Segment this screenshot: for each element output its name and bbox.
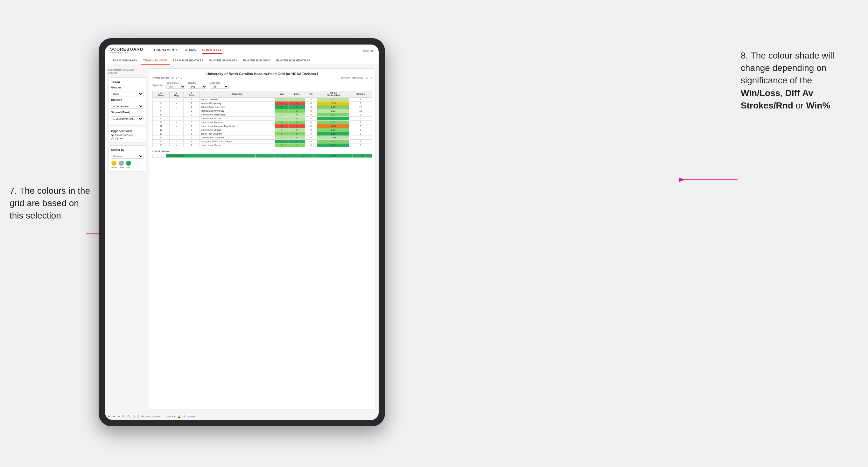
col-win: Win	[275, 91, 289, 97]
cell-tie: 0	[305, 139, 317, 143]
cell-rounds: 9	[349, 132, 372, 135]
opponent-select[interactable]: (All)	[210, 85, 229, 89]
left-panel: Last Updated: 27/03/2024 16:55:38 Team G…	[108, 68, 146, 409]
colour-by-select[interactable]: Win/loss	[111, 154, 144, 159]
sub-nav-team-h2h-heatmap[interactable]: TEAM H2H HEATMAP	[170, 57, 206, 65]
toolbar-icon3[interactable]: ⚙	[183, 415, 186, 418]
nav-tournaments[interactable]: TOURNAMENTS	[152, 47, 179, 54]
cell-loss: 0	[289, 113, 305, 117]
out-table-row: NCAA Division II 1 0 0 26.00 3	[153, 154, 372, 157]
radio-group: Opponents Played Top 100	[111, 134, 144, 140]
toolbar-share[interactable]: Share	[188, 415, 195, 418]
table-row: 11 - 6 University of Arkansas, Fayettevi…	[153, 124, 372, 128]
gender-select[interactable]: Men's	[111, 92, 144, 96]
right-panel: University of North Carolina Head-to-Hea…	[149, 68, 375, 409]
logo-sub: Powered by clippd	[110, 52, 143, 54]
cell-reg: -	[169, 117, 184, 120]
toolbar-copy[interactable]: ⧉	[123, 415, 124, 418]
cell-diff: 3.67	[317, 113, 349, 117]
col-diff: Diff AvStrokes/Rnd	[317, 91, 349, 97]
cell-opponent: University of Washington	[199, 113, 275, 117]
cell-tie: 0	[305, 101, 317, 105]
cell-opponent: University of Virginia	[199, 128, 275, 132]
toolbar-back[interactable]: ↩	[118, 415, 120, 418]
cell-diff: -2.29	[317, 101, 349, 105]
col-rank: #Rank	[153, 91, 169, 97]
col-rounds: Rounds	[349, 91, 372, 97]
cell-rounds: 9	[349, 143, 372, 147]
toolbar-divider-2	[163, 414, 163, 418]
annotation-or: or	[793, 100, 806, 111]
opponent-filter-label: Opponent	[210, 82, 229, 84]
cell-reg: -	[169, 97, 184, 101]
col-loss: Loss	[289, 91, 305, 97]
toolbar: ↩ ↪ ↩ ⧉ 📋 🕐 👁 View: Original Watch ▾ 🔔 ⚙…	[105, 413, 379, 420]
sub-nav-team-h2h-grid[interactable]: TEAM H2H GRID	[141, 57, 169, 65]
division-select[interactable]: NCAA Division I	[111, 104, 144, 109]
sub-nav-team-summary[interactable]: TEAM SUMMARY	[110, 57, 140, 65]
cell-opponent: Auburn University	[199, 97, 275, 101]
cell-reg: -	[169, 101, 184, 105]
cell-rank: 2	[153, 97, 169, 101]
radio-label-opponents: Opponents Played	[115, 134, 133, 136]
table-row: 16 - 2 University of Florida 3 1 0 6.62 …	[153, 143, 372, 147]
gender-label: Gender	[111, 86, 144, 89]
cell-win: 0	[275, 124, 289, 128]
toolbar-clock[interactable]: 🕐	[133, 415, 136, 418]
sub-nav-player-h2h-heatmap[interactable]: PLAYER H2H HEATMAP	[274, 57, 313, 65]
sub-nav-player-summary[interactable]: PLAYER SUMMARY	[207, 57, 240, 65]
cell-conf: 1	[184, 97, 199, 101]
cell-rounds: 9	[349, 139, 372, 143]
cell-tie: 0	[305, 117, 317, 120]
cell-reg: -	[169, 109, 184, 113]
toolbar-paste[interactable]: 📋	[127, 415, 130, 418]
arrow-right	[680, 174, 738, 186]
cell-rank: 12	[153, 128, 169, 132]
radio-opponents-played[interactable]: Opponents Played	[111, 134, 144, 136]
school-label: School (Rank)	[111, 111, 144, 114]
annotation-right-text-1: 8. The colour shade will change dependin…	[741, 51, 834, 85]
cell-rank: 4	[153, 105, 169, 109]
nav-items: TOURNAMENTS TEAMS COMMITTEE	[152, 47, 222, 54]
cell-win: 2	[275, 97, 289, 101]
sub-nav-player-h2h-grid[interactable]: PLAYER H2H GRID	[241, 57, 273, 65]
region-select[interactable]: (All)	[188, 85, 207, 89]
cell-win: 1	[275, 117, 289, 120]
toolbar-icon2[interactable]: 🔔	[178, 415, 181, 418]
out-diff: 26.00	[313, 154, 352, 157]
conference-filter-label: Conference	[166, 82, 186, 84]
filter-row: Opponents: Conference (All) Region (All)	[152, 82, 372, 89]
out-of-division-table: NCAA Division II 1 0 0 26.00 3	[152, 154, 372, 158]
division-label: Division	[111, 98, 144, 101]
cell-reg: -	[169, 105, 184, 109]
conference-select[interactable]: (All)	[166, 85, 186, 89]
cell-reg: -	[169, 128, 184, 132]
cell-win: 3	[275, 143, 289, 147]
cell-win: 1	[275, 113, 289, 117]
sign-out[interactable]: | Sign out	[362, 49, 374, 52]
school-select[interactable]: 1. University of Nort...	[111, 117, 144, 121]
cell-diff: 6.62	[317, 143, 349, 147]
colour-dot-level	[119, 161, 124, 166]
cell-conf: 3	[184, 128, 199, 132]
logo-area: SCOREBOARD Powered by clippd	[110, 47, 143, 54]
out-division-name	[153, 154, 166, 157]
toolbar-redo[interactable]: ↪	[113, 415, 115, 418]
cell-loss: 0	[289, 120, 305, 124]
cell-rank: 10	[153, 120, 169, 124]
table-row: 10 - 5 University of Alabama 3 0 0 2.61 …	[153, 120, 372, 124]
toolbar-undo[interactable]: ↩	[108, 415, 111, 418]
nav-teams[interactable]: TEAMS	[184, 47, 196, 54]
cell-win: 0	[275, 101, 289, 105]
colour-by-label: Colour by	[111, 148, 144, 151]
cell-loss: 0	[289, 139, 305, 143]
cell-rounds: 8	[349, 120, 372, 124]
nav-committee[interactable]: COMMITTEE	[202, 47, 223, 54]
toolbar-watch[interactable]: Watch ▾	[166, 415, 175, 418]
cell-tie: 0	[305, 132, 317, 135]
cell-conf: 1	[184, 117, 199, 120]
radio-top100[interactable]: Top 100	[111, 137, 144, 140]
cell-rank: 9	[153, 117, 169, 120]
cell-opponent: University of Arizona	[199, 117, 275, 120]
cell-loss: 1	[289, 124, 305, 128]
